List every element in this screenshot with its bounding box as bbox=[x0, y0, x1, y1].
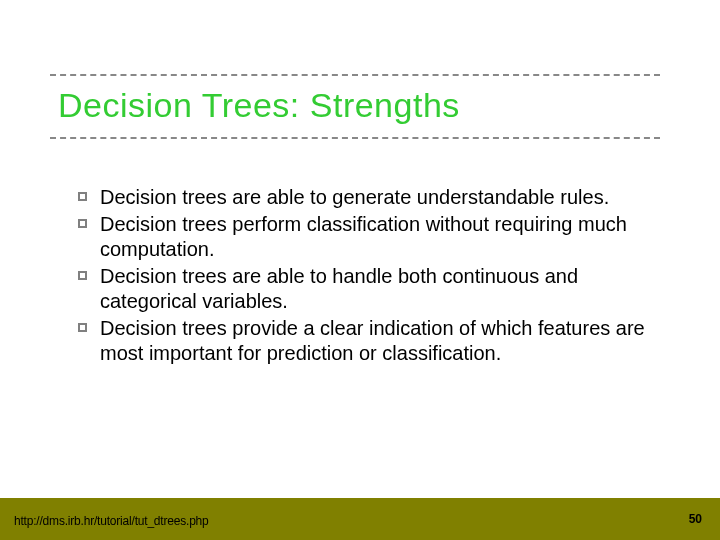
body-content: Decision trees are able to generate unde… bbox=[78, 185, 668, 368]
list-item: Decision trees are able to generate unde… bbox=[78, 185, 668, 210]
page-number: 50 bbox=[689, 512, 702, 526]
bullet-list: Decision trees are able to generate unde… bbox=[78, 185, 668, 366]
list-item: Decision trees perform classification wi… bbox=[78, 212, 668, 262]
title-container: Decision Trees: Strengths bbox=[50, 74, 660, 139]
slide: Decision Trees: Strengths Decision trees… bbox=[0, 0, 720, 540]
slide-title: Decision Trees: Strengths bbox=[58, 86, 652, 125]
list-item: Decision trees are able to handle both c… bbox=[78, 264, 668, 314]
footer-url: http://dms.irb.hr/tutorial/tut_dtrees.ph… bbox=[14, 514, 209, 528]
footer-bar: http://dms.irb.hr/tutorial/tut_dtrees.ph… bbox=[0, 498, 720, 540]
list-item: Decision trees provide a clear indicatio… bbox=[78, 316, 668, 366]
